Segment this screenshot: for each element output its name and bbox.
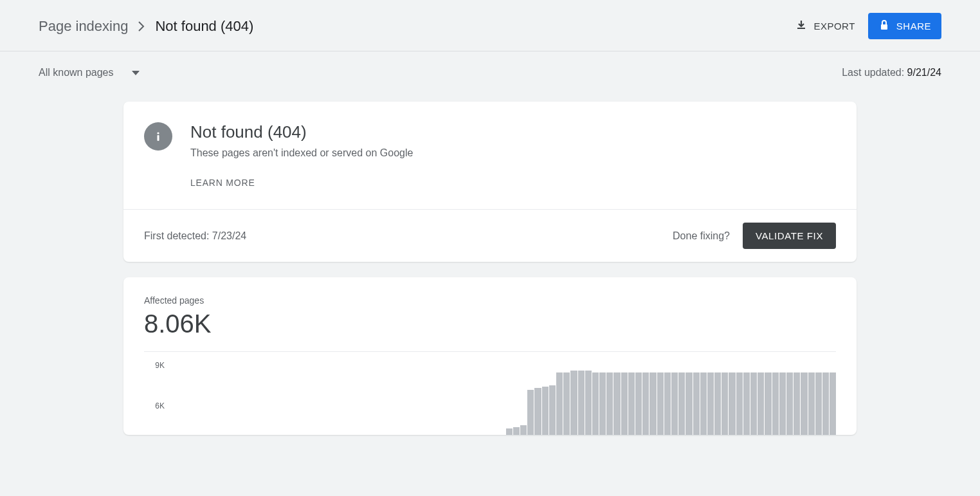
export-label: EXPORT bbox=[813, 21, 855, 32]
filter-dropdown-label: All known pages bbox=[39, 67, 114, 78]
chart-value: 8.06K bbox=[144, 309, 836, 338]
last-updated-label: Last updated: bbox=[842, 67, 907, 78]
chevron-down-icon bbox=[132, 67, 140, 78]
download-icon bbox=[795, 19, 807, 33]
breadcrumb-current: Not found (404) bbox=[155, 18, 253, 35]
chart-bar bbox=[750, 372, 757, 435]
chart-area: 9K 6K bbox=[144, 351, 836, 435]
chart-bar bbox=[549, 385, 556, 435]
last-updated: Last updated: 9/21/24 bbox=[842, 67, 941, 78]
info-subtitle: These pages aren't indexed or served on … bbox=[190, 147, 413, 159]
chart-bar bbox=[556, 372, 563, 435]
chart-bar bbox=[534, 388, 541, 435]
chart-bar bbox=[635, 372, 642, 435]
chart-bar bbox=[649, 372, 656, 435]
chart-bar bbox=[578, 371, 585, 435]
chart-bar bbox=[743, 372, 750, 435]
chart-bar bbox=[570, 371, 577, 435]
chart-bar bbox=[527, 390, 534, 435]
chart-bars bbox=[175, 361, 836, 435]
chart-bar bbox=[671, 372, 678, 435]
chart-bar bbox=[592, 372, 599, 435]
chart-bar bbox=[801, 372, 807, 435]
first-detected: First detected: 7/23/24 bbox=[144, 230, 246, 242]
learn-more-button[interactable]: LEARN MORE bbox=[190, 178, 255, 188]
chart-bar bbox=[794, 372, 800, 435]
chart-bar bbox=[657, 372, 664, 435]
header-actions: EXPORT SHARE bbox=[795, 13, 941, 39]
info-icon bbox=[144, 122, 172, 151]
chart-bar bbox=[772, 372, 779, 435]
chart-bar bbox=[714, 372, 721, 435]
breadcrumb: Page indexing Not found (404) bbox=[39, 18, 253, 35]
chevron-right-icon bbox=[138, 21, 145, 32]
chart-bar bbox=[542, 387, 549, 435]
chart-bar bbox=[779, 372, 786, 435]
pages-filter-dropdown[interactable]: All known pages bbox=[39, 67, 140, 78]
chart-bar bbox=[786, 372, 793, 435]
svg-rect-3 bbox=[158, 135, 159, 141]
chart-bar bbox=[693, 372, 700, 435]
chart-bar bbox=[678, 372, 685, 435]
y-tick-6k: 6K bbox=[155, 401, 165, 410]
svg-marker-1 bbox=[132, 71, 140, 75]
chart-card: Affected pages 8.06K 9K 6K bbox=[123, 277, 857, 435]
chart-bar bbox=[563, 372, 570, 435]
chart-bar bbox=[520, 425, 527, 435]
chart-bar bbox=[721, 372, 728, 435]
chart-bar bbox=[585, 371, 592, 435]
breadcrumb-parent[interactable]: Page indexing bbox=[39, 18, 128, 35]
info-title: Not found (404) bbox=[190, 122, 413, 142]
page-header: Page indexing Not found (404) EXPORT SHA… bbox=[0, 0, 980, 51]
chart-bar bbox=[736, 372, 743, 435]
info-card-top: Not found (404) These pages aren't index… bbox=[123, 102, 857, 210]
chart-bar bbox=[613, 372, 620, 435]
chart-bar bbox=[700, 372, 707, 435]
lock-icon bbox=[878, 19, 890, 33]
chart-bar bbox=[707, 372, 714, 435]
chart-bar bbox=[758, 372, 764, 435]
first-detected-label: First detected: bbox=[144, 230, 212, 241]
svg-point-2 bbox=[157, 132, 159, 134]
chart-bar bbox=[628, 372, 635, 435]
validate-fix-button[interactable]: VALIDATE FIX bbox=[743, 223, 836, 249]
chart-bar bbox=[765, 372, 771, 435]
chart-bar bbox=[729, 372, 735, 435]
last-updated-date: 9/21/24 bbox=[907, 67, 941, 78]
export-button[interactable]: EXPORT bbox=[795, 19, 855, 33]
y-axis: 9K 6K bbox=[144, 361, 170, 436]
done-fixing-label: Done fixing? bbox=[673, 230, 730, 242]
chart-bar bbox=[822, 372, 829, 435]
filter-row: All known pages Last updated: 9/21/24 bbox=[0, 51, 980, 86]
chart-bar bbox=[808, 372, 815, 435]
chart-bar bbox=[664, 372, 671, 435]
chart-bar bbox=[685, 372, 692, 435]
chart-bar bbox=[815, 372, 822, 435]
info-content: Not found (404) These pages aren't index… bbox=[190, 122, 413, 188]
chart-bar bbox=[830, 372, 836, 435]
share-label: SHARE bbox=[896, 21, 931, 32]
first-detected-date: 7/23/24 bbox=[212, 230, 246, 241]
svg-rect-0 bbox=[881, 24, 887, 30]
chart-bar bbox=[606, 372, 613, 435]
chart-bar bbox=[599, 372, 606, 435]
fix-section: Done fixing? VALIDATE FIX bbox=[673, 223, 836, 249]
chart-bar bbox=[642, 372, 649, 435]
chart-bar bbox=[621, 372, 628, 435]
info-card: Not found (404) These pages aren't index… bbox=[123, 102, 857, 262]
chart-bar bbox=[506, 428, 513, 435]
chart-label: Affected pages bbox=[144, 295, 836, 306]
y-tick-9k: 9K bbox=[155, 361, 165, 370]
chart-bar bbox=[513, 427, 520, 435]
share-button[interactable]: SHARE bbox=[868, 13, 941, 39]
info-card-bottom: First detected: 7/23/24 Done fixing? VAL… bbox=[123, 210, 857, 262]
